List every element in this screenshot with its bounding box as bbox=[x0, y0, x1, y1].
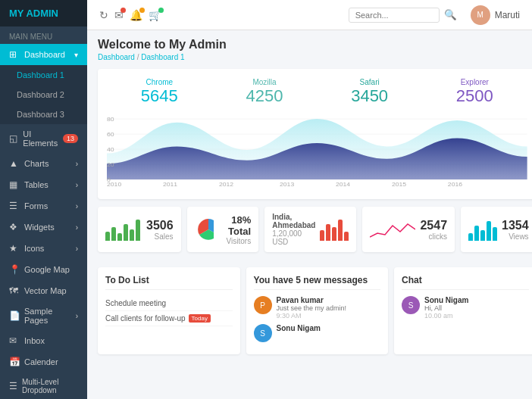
svg-text:2014: 2014 bbox=[336, 182, 350, 188]
sidebar-item-dashboard3[interactable]: Dashboard 3 bbox=[0, 104, 87, 124]
chevron-right-icon: › bbox=[76, 223, 78, 232]
sidebar-item-vector-map[interactable]: 🗺 Vector Map bbox=[0, 280, 87, 301]
chart-stats: Chrome 5645 Mozilla 4250 Safari 3450 E bbox=[107, 78, 527, 106]
sidebar-item-label: Vector Map bbox=[24, 286, 67, 295]
message-content: Sonu Nigam bbox=[277, 324, 321, 332]
chevron-right-icon: › bbox=[76, 160, 78, 168]
message-time: 9:30 AM bbox=[277, 312, 347, 320]
todo-title: To Do List bbox=[105, 275, 233, 290]
cart-icon[interactable]: 🛒 bbox=[149, 9, 161, 21]
todo-text: Call clients for follow-up bbox=[105, 314, 186, 323]
message-item: S Sonu Nigam bbox=[254, 324, 381, 342]
sidebar-item-label: Tables bbox=[24, 180, 49, 189]
sidebar-item-ui-elements[interactable]: ◱ UI Elements 13 bbox=[0, 124, 87, 153]
vector-map-icon: 🗺 bbox=[9, 285, 20, 296]
main-column: Chrome 5645 Mozilla 4250 Safari 3450 E bbox=[98, 69, 532, 354]
sidebar-item-widgets[interactable]: ❖ Widgets › bbox=[0, 217, 87, 238]
message-avatar: S bbox=[254, 324, 272, 342]
sidebar-item-forms[interactable]: ☰ Forms › bbox=[0, 195, 87, 217]
page-title: Welcome to My Admin bbox=[98, 38, 521, 51]
chat-time: 10.00 am bbox=[424, 312, 468, 320]
content-row: Chrome 5645 Mozilla 4250 Safari 3450 E bbox=[98, 69, 521, 354]
sidebar-item-multilevel[interactable]: ☰ Multi-Level Dropdown bbox=[0, 373, 87, 399]
sidebar-item-label: Google Map bbox=[24, 265, 70, 274]
bell-badge bbox=[139, 8, 145, 13]
sidebar-item-google-map[interactable]: 📍 Google Map bbox=[0, 259, 87, 280]
envelope-icon[interactable]: ✉ bbox=[114, 9, 124, 21]
sidebar-item-label: Icons bbox=[24, 244, 44, 253]
message-sender: Pavan kumar bbox=[277, 296, 347, 304]
svg-text:60: 60 bbox=[107, 132, 114, 138]
sidebar-item-calender[interactable]: 📅 Calender bbox=[0, 351, 87, 373]
todo-item: Schedule meeting bbox=[105, 296, 233, 311]
tables-icon: ▦ bbox=[9, 179, 20, 190]
clicks-label: clicks bbox=[420, 232, 447, 241]
svg-text:2011: 2011 bbox=[163, 182, 177, 188]
calendar-icon: 📅 bbox=[9, 357, 20, 367]
pie-chart bbox=[195, 216, 214, 243]
sales-label: Sales bbox=[146, 232, 174, 241]
stat-chrome: Chrome 5645 bbox=[141, 78, 178, 106]
sidebar-item-tables[interactable]: ▦ Tables › bbox=[0, 174, 87, 195]
india-amount: 1,20,000 bbox=[272, 229, 315, 238]
app-logo: MY ADMIN bbox=[0, 0, 87, 26]
avatar: M bbox=[471, 5, 490, 25]
main-content: ↻ ✉ 🔔 🛒 🔍 M Maruti Welcome to My Admin bbox=[87, 0, 532, 399]
bell-icon[interactable]: 🔔 bbox=[130, 9, 142, 21]
svg-text:2013: 2013 bbox=[280, 182, 294, 188]
stat-card-clicks: 2547 clicks bbox=[362, 207, 455, 252]
sparkline-clicks bbox=[370, 218, 415, 241]
search-button[interactable]: 🔍 bbox=[440, 8, 462, 22]
explorer-label: Explorer bbox=[456, 78, 493, 86]
inbox-icon: ✉ bbox=[9, 335, 20, 346]
svg-text:40: 40 bbox=[107, 147, 114, 153]
bar bbox=[111, 227, 116, 241]
sidebar-item-inbox[interactable]: ✉ Inbox bbox=[0, 330, 87, 351]
chrome-label: Chrome bbox=[141, 78, 178, 86]
bar bbox=[468, 233, 473, 241]
sidebar-item-label: Multi-Level Dropdown bbox=[22, 378, 78, 394]
bar bbox=[130, 229, 134, 241]
sidebar-item-label: Charts bbox=[24, 159, 49, 168]
sidebar-item-dashboard[interactable]: ⊞ Dashboard ▾ bbox=[0, 44, 87, 65]
page-content: Welcome to My Admin Dashboard / Dashboar… bbox=[87, 30, 532, 399]
sidebar-item-label: Dashboard bbox=[24, 50, 65, 59]
search-input[interactable] bbox=[349, 8, 440, 23]
sidebar: MY ADMIN Main Menu ⊞ Dashboard ▾ Dashboa… bbox=[0, 0, 87, 399]
chevron-right-icon: › bbox=[76, 312, 78, 320]
sidebar-item-sample-pages[interactable]: 📄 Sample Pages › bbox=[0, 301, 87, 330]
svg-text:2015: 2015 bbox=[392, 182, 406, 188]
map-pin-icon: 📍 bbox=[9, 264, 20, 275]
stat-card-sales: 3506 Sales bbox=[98, 207, 181, 252]
chat-item: S Sonu Nigam Hi, All 10.00 am bbox=[402, 296, 529, 320]
bar bbox=[136, 220, 140, 241]
header-user: M Maruti bbox=[471, 5, 520, 25]
visitors-label: Visitors bbox=[218, 237, 251, 245]
ui-elements-badge: 13 bbox=[63, 134, 78, 143]
message-sender: Sonu Nigam bbox=[277, 324, 321, 332]
sidebar-item-label: Dashboard 1 bbox=[17, 70, 64, 79]
refresh-icon[interactable]: ↻ bbox=[99, 9, 108, 21]
stat-card-visitors: 18% Total Visitors bbox=[187, 207, 259, 252]
breadcrumb-home[interactable]: Dashboard bbox=[98, 53, 135, 61]
india-city: India, Ahmedabad bbox=[272, 213, 315, 229]
stat-card-india: India, Ahmedabad 1,20,000 USD bbox=[264, 207, 356, 252]
chat-sender: Sonu Nigam bbox=[424, 296, 468, 304]
stat-mozilla: Mozilla 4250 bbox=[246, 78, 283, 106]
sales-value: 3506 bbox=[146, 219, 174, 232]
bar bbox=[117, 233, 122, 241]
bar bbox=[326, 224, 330, 241]
sidebar-item-icons[interactable]: ★ Icons › bbox=[0, 238, 87, 259]
breadcrumb: Dashboard / Dashboard 1 bbox=[98, 53, 521, 61]
chat-avatar: S bbox=[402, 296, 420, 314]
sidebar-item-dashboard2[interactable]: Dashboard 2 bbox=[0, 85, 87, 104]
sidebar-item-charts[interactable]: ▲ Charts › bbox=[0, 153, 87, 174]
mini-bars-india bbox=[320, 218, 349, 241]
todo-text: Schedule meeting bbox=[105, 299, 166, 307]
bar bbox=[332, 227, 336, 241]
message-content: Pavan kumar Just see the my admin! 9:30 … bbox=[277, 296, 347, 320]
sidebar-item-dashboard1[interactable]: Dashboard 1 bbox=[0, 65, 87, 85]
chat-content: Sonu Nigam Hi, All 10.00 am bbox=[424, 296, 468, 320]
bar bbox=[344, 232, 349, 241]
sidebar-item-label: Sample Pages bbox=[24, 307, 76, 325]
